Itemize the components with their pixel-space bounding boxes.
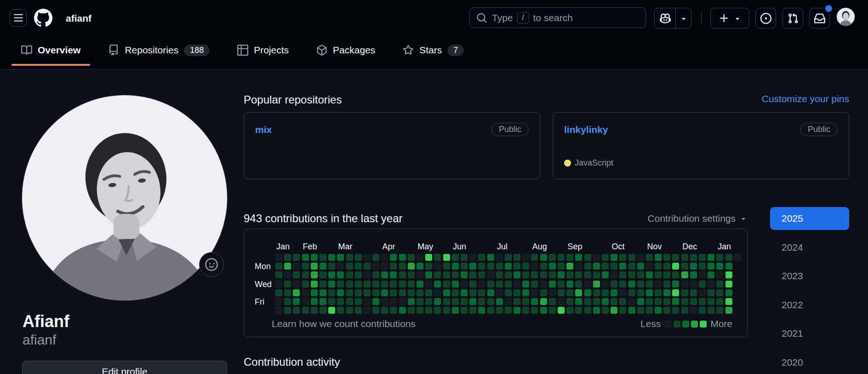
contribution-cell[interactable] [364,289,371,296]
contribution-settings-dropdown[interactable]: Contribution settings [648,213,748,224]
contribution-cell[interactable] [284,271,291,278]
contribution-cell[interactable] [549,271,556,278]
contribution-cell[interactable] [328,281,335,288]
contribution-cell[interactable] [425,289,432,296]
contribution-cell[interactable] [681,254,688,261]
contribution-cell[interactable] [514,281,520,288]
contribution-cell[interactable] [522,281,529,288]
contribution-cell[interactable] [690,289,697,296]
contribution-cell[interactable] [522,307,529,314]
contribution-cell[interactable] [725,263,732,270]
contribution-cell[interactable] [522,263,529,270]
contribution-cell[interactable] [372,263,379,270]
contribution-cell[interactable] [478,298,485,305]
contribution-cell[interactable] [337,263,344,270]
contribution-cell[interactable] [611,307,617,314]
year-button-2025[interactable]: 2025 [770,207,849,230]
contribution-cell[interactable] [478,254,485,261]
contribution-cell[interactable] [566,271,573,278]
contribution-cell[interactable] [417,263,423,270]
contribution-cell[interactable] [390,263,397,270]
contribution-cell[interactable] [575,307,582,314]
contribution-cell[interactable] [496,263,503,270]
contribution-cell[interactable] [514,271,520,278]
contribution-cell[interactable] [399,281,406,288]
contribution-cell[interactable] [637,271,644,278]
repo-link[interactable]: mix [255,124,272,135]
contribution-cell[interactable] [425,281,432,288]
contribution-cell[interactable] [593,298,600,305]
contribution-cell[interactable] [584,289,591,296]
contribution-cell[interactable] [452,254,459,261]
contribution-cell[interactable] [390,271,397,278]
contribution-cell[interactable] [531,271,538,278]
contribution-cell[interactable] [311,298,318,305]
contribution-cell[interactable] [725,271,732,278]
contribution-cell[interactable] [469,298,476,305]
issues-button[interactable] [755,8,776,29]
contribution-cell[interactable] [337,307,344,314]
contribution-cell[interactable] [514,254,520,261]
contribution-cell[interactable] [478,307,485,314]
contribution-cell[interactable] [672,281,679,288]
contribution-cell[interactable] [646,281,653,288]
contribution-cell[interactable] [558,289,565,296]
contribution-cell[interactable] [602,281,609,288]
contribution-cell[interactable] [293,263,300,270]
contribution-cell[interactable] [478,289,485,296]
contribution-cell[interactable] [425,298,432,305]
contribution-cell[interactable] [505,281,512,288]
github-logo[interactable] [34,9,52,27]
contribution-cell[interactable] [408,298,415,305]
contribution-cell[interactable] [690,307,697,314]
contribution-cell[interactable] [372,298,379,305]
contribution-cell[interactable] [284,307,291,314]
contribution-cell[interactable] [443,281,450,288]
contribution-cell[interactable] [716,298,723,305]
contribution-cell[interactable] [628,281,635,288]
contribution-cell[interactable] [390,307,397,314]
contribution-cell[interactable] [514,307,520,314]
year-button-2020[interactable]: 2020 [770,351,849,374]
contribution-cell[interactable] [328,254,335,261]
contribution-cell[interactable] [346,289,353,296]
contribution-cell[interactable] [672,254,679,261]
contribution-cell[interactable] [417,281,423,288]
contribution-cell[interactable] [487,289,494,296]
contribution-cell[interactable] [496,298,503,305]
contribution-cell[interactable] [566,254,573,261]
contribution-cell[interactable] [346,281,353,288]
contribution-cell[interactable] [602,271,609,278]
contribution-cell[interactable] [628,298,635,305]
contribution-cell[interactable] [725,298,732,305]
contribution-cell[interactable] [381,289,388,296]
contribution-cell[interactable] [549,289,556,296]
contribution-cell[interactable] [452,271,459,278]
contribution-cell[interactable] [672,271,679,278]
contribution-cell[interactable] [575,263,582,270]
contribution-cell[interactable] [469,254,476,261]
contribution-cell[interactable] [425,307,432,314]
contribution-cell[interactable] [734,254,741,261]
contribution-cell[interactable] [355,254,362,261]
contribution-cell[interactable] [408,254,415,261]
contribution-cell[interactable] [275,281,282,288]
contribution-cell[interactable] [708,263,714,270]
contribution-cell[interactable] [663,254,670,261]
contribution-cell[interactable] [381,263,388,270]
contribution-cell[interactable] [399,254,406,261]
contribution-cell[interactable] [311,289,318,296]
contribution-cell[interactable] [566,307,573,314]
contribution-cell[interactable] [505,263,512,270]
contribution-cell[interactable] [461,254,468,261]
contribution-cell[interactable] [531,254,538,261]
contribution-cell[interactable] [558,281,565,288]
contribution-cell[interactable] [469,271,476,278]
contribution-cell[interactable] [425,271,432,278]
contribution-cell[interactable] [469,289,476,296]
contribution-cell[interactable] [417,271,423,278]
contribution-cell[interactable] [690,263,697,270]
contribution-cell[interactable] [346,307,353,314]
contribution-cell[interactable] [514,298,520,305]
contribution-cell[interactable] [275,271,282,278]
